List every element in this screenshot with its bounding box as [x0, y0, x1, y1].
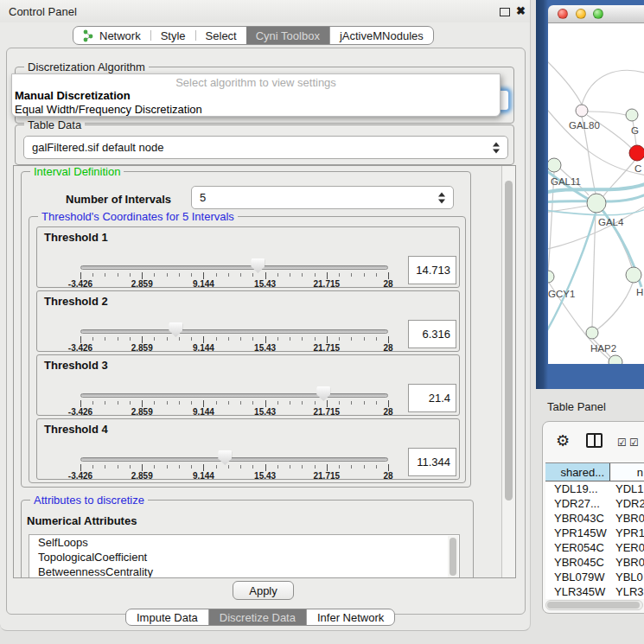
- vertical-scrollbar[interactable]: [501, 166, 515, 577]
- network-node[interactable]: [548, 271, 554, 283]
- threshold-1-panel: Threshold 1 -3.4262.8599.14415.4321.7152…: [36, 226, 460, 288]
- network-node[interactable]: [629, 145, 644, 161]
- table-row[interactable]: YER054CYER0: [545, 540, 644, 555]
- node-label: G: [631, 125, 639, 136]
- threshold-3-panel: Threshold 3 -3.4262.8599.14415.4321.7152…: [36, 354, 460, 416]
- tick-label: 2.859: [131, 343, 153, 353]
- tab-select[interactable]: Select: [196, 27, 246, 44]
- close-traffic-light[interactable]: [558, 9, 568, 19]
- number-of-intervals-spinner[interactable]: 5: [191, 186, 454, 209]
- list-scrollbar-thumb[interactable]: [450, 538, 456, 576]
- checkbox-icon[interactable]: ☑: [617, 437, 627, 449]
- threshold-4-slider-track[interactable]: [80, 457, 388, 462]
- vertical-scrollbar-thumb[interactable]: [505, 181, 513, 501]
- table-row[interactable]: YDL19...YDL1: [545, 481, 644, 496]
- table-row[interactable]: YBR045CYBR0: [545, 555, 644, 570]
- tab-style-label: Style: [161, 29, 186, 42]
- list-item[interactable]: TopologicalCoefficient: [29, 550, 459, 564]
- attributes-to-discretize-label: Attributes to discretize: [30, 494, 148, 507]
- table-row[interactable]: YLR345WYLR3: [545, 584, 644, 599]
- column-header-name[interactable]: n: [610, 463, 644, 481]
- network-edge: [592, 213, 596, 327]
- tick-label: 9.144: [193, 279, 214, 289]
- horizontal-scrollbar-thumb[interactable]: [547, 602, 640, 609]
- tick-label: -3.426: [68, 279, 92, 289]
- table-row[interactable]: YBL079WYBL0: [545, 570, 644, 584]
- minimize-traffic-light[interactable]: [576, 9, 586, 19]
- threshold-3-slider-thumb[interactable]: [316, 386, 330, 401]
- horizontal-scrollbar[interactable]: [545, 600, 643, 610]
- tick-label: 9.144: [193, 471, 214, 481]
- numerical-attributes-list[interactable]: SelfLoopsTopologicalCoefficientBetweenne…: [29, 534, 460, 578]
- network-edge: [588, 112, 626, 115]
- table-body: YDL19...YDL1YDR27...YDR2YBR043CYBR0YPR14…: [545, 481, 644, 599]
- node-label: GAL4: [598, 217, 624, 227]
- gear-icon[interactable]: ⚙: [556, 431, 570, 450]
- list-item[interactable]: BetweennessCentrality: [29, 564, 459, 578]
- table-data-combo[interactable]: galFiltered.sif default node: [23, 136, 508, 159]
- network-node[interactable]: [626, 109, 638, 121]
- node-label: GAL11: [551, 176, 581, 187]
- threshold-3-value-field[interactable]: 21.4: [408, 384, 456, 412]
- tick-label: 21.715: [314, 279, 341, 289]
- network-node[interactable]: [548, 158, 561, 172]
- threshold-1-slider-track[interactable]: [80, 265, 388, 270]
- number-of-intervals-label: Number of Intervals: [66, 193, 171, 206]
- zoom-traffic-light[interactable]: [593, 9, 603, 19]
- interval-definition-label: Interval Definition: [30, 165, 124, 178]
- threshold-4-value-field[interactable]: 11.344: [408, 448, 456, 476]
- network-canvas[interactable]: GAL80GCGAL11GAL4GCY1HHAP2: [548, 23, 644, 364]
- tick-label: -3.426: [68, 407, 92, 417]
- threshold-1-value-field[interactable]: 14.713: [408, 256, 456, 284]
- float-window-icon[interactable]: [500, 8, 510, 16]
- tab-jactivemnodules-label: jActiveMNodules: [340, 29, 424, 42]
- tab-impute-data[interactable]: Impute Data: [126, 609, 208, 625]
- split-table-icon[interactable]: [586, 433, 603, 448]
- tab-style[interactable]: Style: [151, 27, 195, 44]
- interval-definition-group: Interval Definition Number of Intervals …: [21, 171, 471, 488]
- tab-discretize-data[interactable]: Discretize Data: [208, 609, 306, 625]
- numerical-attributes-label: Numerical Attributes: [27, 514, 137, 527]
- tick-label: 15.43: [254, 279, 276, 289]
- table-data-group: Table Data galFiltered.sif default node: [15, 124, 514, 165]
- slider-tick-labels: -3.4262.8599.14415.4321.71528: [80, 279, 388, 289]
- tab-cyni-toolbox-label: Cyni Toolbox: [256, 29, 320, 42]
- tick-label: 15.43: [254, 343, 276, 353]
- tab-network[interactable]: Network: [73, 27, 150, 44]
- network-edge: [597, 283, 633, 329]
- list-scrollbar[interactable]: [448, 536, 458, 578]
- tab-cyni-toolbox[interactable]: Cyni Toolbox: [246, 27, 329, 44]
- table-row[interactable]: YPR145WYPR1: [545, 526, 644, 540]
- threshold-2-slider-thumb[interactable]: [169, 322, 182, 337]
- tick-label: 2.859: [131, 471, 153, 481]
- close-icon[interactable]: ✖: [516, 4, 526, 17]
- tick-label: -3.426: [68, 471, 92, 481]
- threshold-3-slider-track[interactable]: [80, 393, 388, 398]
- slider-tick-labels: -3.4262.8599.14415.4321.71528: [80, 471, 388, 481]
- column-header-shared-name[interactable]: shared...: [545, 463, 610, 481]
- network-window-titlebar[interactable]: [548, 5, 644, 23]
- number-of-intervals-value: 5: [200, 191, 206, 204]
- threshold-2-slider-track[interactable]: [80, 329, 388, 334]
- tick-label: 28: [383, 471, 392, 481]
- network-node[interactable]: [626, 267, 641, 283]
- table-row[interactable]: YDR27...YDR2: [545, 496, 644, 511]
- tab-jactivemnodules[interactable]: jActiveMNodules: [329, 27, 433, 44]
- network-node[interactable]: [587, 194, 606, 213]
- slider-tick-labels: -3.4262.8599.14415.4321.71528: [80, 407, 388, 417]
- tab-infer-network[interactable]: Infer Network: [306, 609, 394, 625]
- checkbox-icon[interactable]: ☑: [629, 437, 639, 449]
- threshold-2-value-field[interactable]: 6.316: [408, 320, 456, 348]
- threshold-4-slider-thumb[interactable]: [218, 450, 232, 465]
- algorithm-option-manual[interactable]: Manual Discretization: [15, 89, 131, 102]
- network-icon: [83, 29, 94, 42]
- network-edge: [548, 172, 554, 271]
- threshold-1-slider-thumb[interactable]: [251, 258, 265, 273]
- network-node[interactable]: [576, 105, 588, 117]
- algorithm-option-equal-width[interactable]: Equal Width/Frequency Discretization: [15, 103, 202, 116]
- network-node[interactable]: [586, 327, 598, 339]
- table-row[interactable]: YBR043CYBR0: [545, 511, 644, 526]
- node-label: GAL80: [569, 120, 600, 131]
- list-item[interactable]: SelfLoops: [29, 535, 459, 550]
- apply-button[interactable]: Apply: [233, 581, 294, 600]
